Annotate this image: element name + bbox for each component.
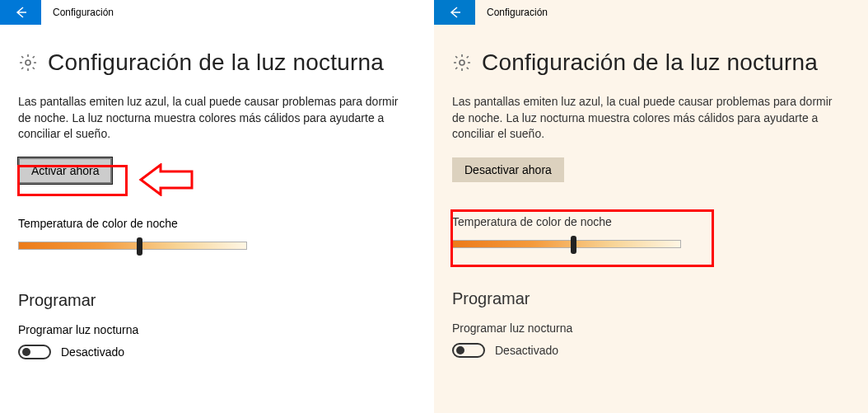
- toggle-knob: [22, 348, 30, 356]
- settings-panel-left: Configuración Configuración de la luz no…: [0, 0, 434, 413]
- top-bar: Configuración: [434, 0, 868, 25]
- back-arrow-icon: [447, 5, 462, 20]
- svg-point-0: [26, 60, 30, 65]
- schedule-section-title: Programar: [452, 289, 850, 308]
- toggle-row: Desactivado: [18, 345, 416, 359]
- deactivate-now-button[interactable]: Desactivar ahora: [452, 157, 564, 182]
- schedule-toggle[interactable]: [452, 343, 485, 358]
- slider-thumb[interactable]: [137, 237, 142, 256]
- svg-point-1: [460, 60, 464, 65]
- toggle-state-label: Desactivado: [495, 344, 558, 357]
- schedule-label: Programar luz nocturna: [452, 321, 850, 335]
- top-bar: Configuración: [0, 0, 434, 25]
- page-title: Configuración de la luz nocturna: [482, 49, 818, 76]
- app-title: Configuración: [487, 7, 548, 18]
- toggle-state-label: Desactivado: [61, 345, 124, 359]
- gear-icon: [452, 53, 472, 73]
- schedule-section-title: Programar: [18, 291, 416, 310]
- app-title: Configuración: [53, 7, 114, 18]
- annotation-highlight-slider: [450, 209, 714, 267]
- annotation-highlight-button: [17, 165, 128, 196]
- settings-panel-right: Configuración Configuración de la luz no…: [434, 0, 868, 413]
- description-text: Las pantallas emiten luz azul, la cual p…: [452, 94, 839, 143]
- page-title: Configuración de la luz nocturna: [48, 49, 384, 76]
- back-button[interactable]: [0, 0, 41, 25]
- schedule-label: Programar luz nocturna: [18, 323, 416, 336]
- toggle-knob: [456, 346, 464, 354]
- schedule-toggle[interactable]: [18, 345, 51, 359]
- back-button[interactable]: [434, 0, 475, 25]
- description-text: Las pantallas emiten luz azul, la cual p…: [18, 94, 405, 143]
- gear-icon: [18, 53, 38, 73]
- temperature-label: Temperatura de color de noche: [18, 217, 416, 230]
- content-area: Configuración de la luz nocturna Las pan…: [434, 25, 868, 358]
- temperature-slider[interactable]: [18, 242, 247, 250]
- title-row: Configuración de la luz nocturna: [18, 49, 416, 76]
- back-arrow-icon: [13, 5, 28, 20]
- annotation-arrow-icon: [136, 163, 194, 196]
- title-row: Configuración de la luz nocturna: [452, 49, 850, 76]
- toggle-row: Desactivado: [452, 343, 850, 358]
